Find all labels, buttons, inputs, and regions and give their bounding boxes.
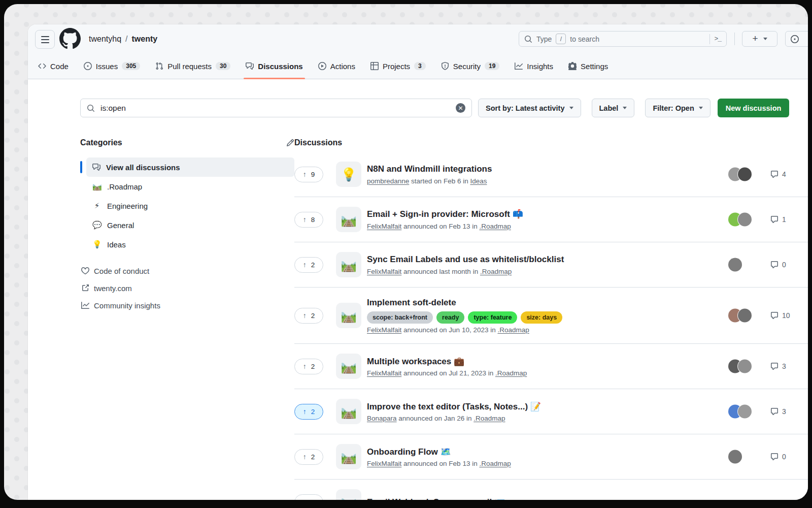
tab-settings[interactable]: Settings — [564, 53, 612, 79]
comment-icon — [770, 407, 779, 416]
sidebar-item-ideas[interactable]: 💡 Ideas — [86, 235, 294, 254]
upvote-arrow-icon: ↑ — [303, 453, 307, 461]
label-pill[interactable]: scope: back+front — [367, 311, 433, 324]
discussion-row: ↑2 🛤️ Implement soft-delete scope: back+… — [294, 287, 808, 343]
code-of-conduct-link[interactable]: Code of conduct — [80, 262, 294, 279]
discussion-title-link[interactable]: Onboarding Flow 🗺️ — [367, 447, 511, 457]
discussion-title-link[interactable]: Multiple workspaces 💼 — [367, 356, 527, 367]
label-dropdown[interactable]: Label — [592, 99, 635, 117]
edit-categories-icon[interactable] — [286, 139, 294, 147]
sidebar-item-roadmap[interactable]: 🛤️ .Roadmap — [86, 177, 294, 196]
discussion-title-link[interactable]: Improve the text editor (Tasks, Notes...… — [367, 401, 541, 412]
tab-projects[interactable]: Projects 3 — [366, 53, 430, 79]
category-link[interactable]: .Roadmap — [495, 369, 527, 377]
discussions-list: ↑9 💡 N8N and Windmill integrations pombr… — [294, 152, 808, 500]
upvote-button[interactable]: ↑2 — [294, 359, 323, 374]
meta-text: announced on Jan 26 in — [398, 415, 471, 422]
category-link[interactable]: .Roadmap — [497, 326, 529, 334]
tab-pull-requests[interactable]: Pull requests 30 — [151, 53, 234, 79]
counter-badge: 305 — [122, 62, 140, 70]
discussions-search-value[interactable] — [99, 103, 451, 113]
avatar[interactable] — [738, 309, 752, 323]
clear-search-icon[interactable]: ✕ — [456, 103, 465, 113]
author-link[interactable]: FelixMalfait — [367, 268, 401, 275]
discussion-title-link[interactable]: N8N and Windmill integrations — [367, 164, 492, 174]
comment-count[interactable]: 3 — [770, 407, 786, 416]
upvote-arrow-icon: ↑ — [303, 261, 307, 269]
comment-count[interactable]: 1 — [770, 215, 786, 224]
avatar[interactable] — [738, 405, 752, 419]
upvote-button[interactable]: ↑2 — [294, 449, 323, 465]
twenty-com-link[interactable]: twenty.com — [80, 279, 294, 297]
category-link[interactable]: .Roadmap — [480, 268, 512, 275]
category-link[interactable]: .Roadmap — [479, 460, 511, 467]
upvote-button-voted[interactable]: ↑2 — [294, 404, 323, 420]
search-divider — [709, 34, 710, 44]
upvote-button[interactable]: ↑2 — [294, 257, 323, 273]
create-new-button[interactable]: + — [742, 31, 777, 47]
participant-avatars — [732, 450, 742, 464]
category-emoji-icon: 🛤️ — [336, 207, 361, 232]
sidebar-item-engineering[interactable]: ⚡ Engineering — [86, 196, 294, 215]
upvote-arrow-icon: ↑ — [303, 362, 307, 370]
breadcrumb-repo[interactable]: twenty — [132, 35, 158, 44]
discussion-title-link[interactable]: Email Webhook Sync on gmail 📨 — [367, 497, 505, 500]
category-link[interactable]: Ideas — [470, 177, 487, 185]
github-window: twentyhq / twenty Type / to search >_ + — [28, 24, 808, 500]
author-link[interactable]: FelixMalfait — [367, 223, 401, 230]
tab-security[interactable]: Security 19 — [437, 53, 504, 79]
avatar[interactable] — [738, 213, 752, 227]
sidebar-item-label: Engineering — [107, 202, 148, 210]
filter-dropdown[interactable]: Filter: Open — [645, 99, 710, 117]
discussion-title-link[interactable]: Implement soft-delete — [367, 297, 562, 308]
label-pill[interactable]: ready — [436, 311, 464, 324]
github-logo-icon[interactable] — [59, 28, 81, 49]
label-pill[interactable]: type: feature — [468, 311, 517, 324]
global-search-input[interactable]: Type / to search >_ — [519, 31, 727, 47]
command-palette-icon[interactable]: >_ — [714, 35, 721, 43]
discussion-title-link[interactable]: Sync Email Labels and use as whitelist/b… — [367, 254, 564, 265]
breadcrumb-separator: / — [125, 35, 127, 44]
issues-global-button[interactable] — [785, 31, 808, 47]
upvote-button[interactable]: ↑2 — [294, 308, 323, 324]
category-link[interactable]: .Roadmap — [473, 415, 505, 422]
upvote-button[interactable]: ↑2 — [294, 494, 323, 500]
discussions-search-input[interactable]: ✕ — [80, 99, 472, 117]
avatar[interactable] — [728, 258, 742, 272]
tab-issues[interactable]: Issues 305 — [80, 53, 144, 79]
comment-count[interactable]: 0 — [770, 453, 786, 461]
comment-count[interactable]: 0 — [770, 261, 786, 269]
new-discussion-button[interactable]: New discussion — [718, 99, 790, 117]
author-link[interactable]: FelixMalfait — [367, 326, 401, 334]
sidebar-link-label: twenty.com — [94, 284, 132, 293]
heart-icon — [81, 267, 89, 275]
upvote-button[interactable]: ↑8 — [294, 212, 323, 228]
author-link[interactable]: Bonapara — [367, 415, 397, 422]
discussion-meta: FelixMalfait announced on Jul 21, 2023 i… — [367, 369, 527, 377]
avatar[interactable] — [738, 360, 752, 373]
tab-actions[interactable]: Actions — [314, 53, 359, 79]
author-link[interactable]: FelixMalfait — [367, 369, 401, 377]
category-link[interactable]: .Roadmap — [479, 223, 511, 230]
author-link[interactable]: FelixMalfait — [367, 460, 401, 467]
discussion-row: ↑2 🛤️ Sync Email Labels and use as white… — [294, 242, 808, 287]
discussion-title-link[interactable]: Email + Sign-in provider: Microsoft 📫 — [367, 209, 523, 219]
breadcrumb-org[interactable]: twentyhq — [89, 35, 121, 44]
sidebar-item-general[interactable]: 💬 General — [86, 215, 294, 235]
comment-count[interactable]: 4 — [770, 170, 786, 178]
sort-by-dropdown[interactable]: Sort by: Latest activity — [478, 99, 581, 117]
author-link[interactable]: pombredanne — [367, 177, 409, 185]
community-insights-link[interactable]: Community insights — [80, 297, 294, 314]
upvote-button[interactable]: ↑9 — [294, 167, 323, 182]
comment-count[interactable]: 3 — [770, 362, 786, 370]
comment-count[interactable]: 10 — [770, 311, 790, 320]
category-emoji-icon: 💡 — [336, 162, 361, 187]
avatar[interactable] — [728, 450, 742, 464]
avatar[interactable] — [738, 168, 752, 181]
tab-insights[interactable]: Insights — [511, 53, 557, 79]
sidebar-item-view-all-discussions[interactable]: View all discussions — [86, 157, 294, 177]
label-pill[interactable]: size: days — [521, 311, 562, 324]
hamburger-menu-button[interactable] — [35, 30, 55, 49]
tab-discussions[interactable]: Discussions — [242, 53, 307, 79]
tab-code[interactable]: Code — [34, 53, 73, 79]
